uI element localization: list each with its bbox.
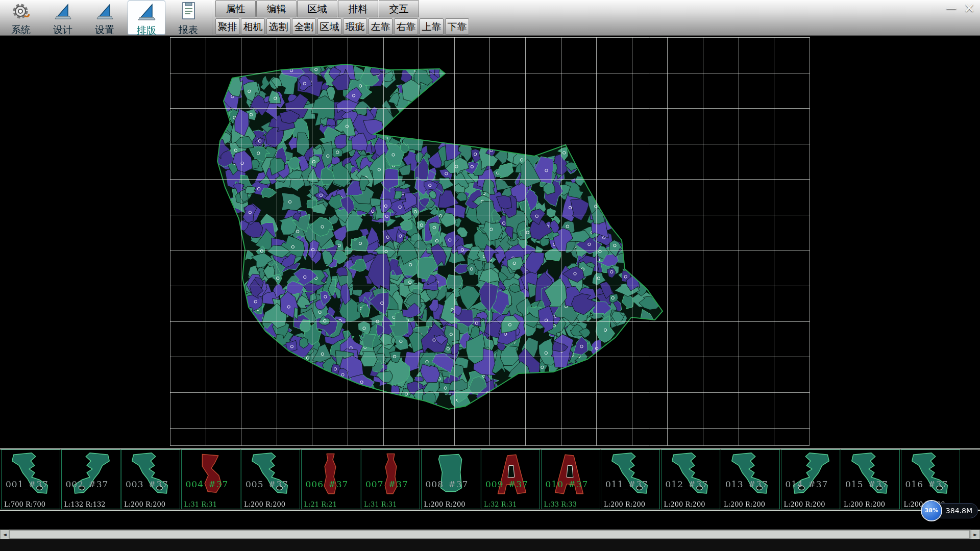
menu-tab-nesting[interactable]: 排料 <box>338 0 378 17</box>
set-square-icon <box>86 1 124 23</box>
tool-align-right-button[interactable]: 右靠 <box>394 18 418 35</box>
piece-lr-count: L:200 R:200 <box>244 500 285 508</box>
piece-lr-count: L:31 R:31 <box>184 500 217 508</box>
tool-align-bottom-button[interactable]: 下靠 <box>445 18 469 35</box>
mode-report-button[interactable]: 报表 <box>169 1 207 35</box>
piece-thumbnail-004_#37[interactable]: 004_#37L:31 R:31 <box>181 449 240 509</box>
piece-thumbnail-014_#37[interactable]: 014_#37L:200 R:200 <box>781 449 840 509</box>
piece-id-label: 005_#37 <box>246 479 288 489</box>
tool-cluster-nest-button[interactable]: 聚排 <box>215 18 239 35</box>
piece-thumbnail-012_#37[interactable]: 012_#37L:200 R:200 <box>661 449 720 509</box>
piece-shape-preview <box>901 450 960 500</box>
menu-tab-interactive[interactable]: 交互 <box>379 0 419 17</box>
piece-shape-preview <box>542 450 600 500</box>
bottom-filler <box>0 539 980 551</box>
piece-thumbnail-009_#37[interactable]: 009_#37L:32 R:31 <box>481 449 540 509</box>
mode-design-button[interactable]: 设计 <box>44 1 82 35</box>
piece-thumbnail-007_#37[interactable]: 007_#37L:31 R:31 <box>361 449 420 509</box>
minimize-button[interactable]: — <box>946 2 957 14</box>
app-mode-bar: 系统 设计 设置 <box>2 1 207 35</box>
close-button[interactable]: × <box>964 2 975 14</box>
piece-shape-preview <box>182 450 240 500</box>
piece-lr-count: L:200 R:200 <box>724 500 765 508</box>
mode-layout-button[interactable]: 排版 <box>128 1 165 35</box>
tool-align-top-button[interactable]: 上靠 <box>420 18 444 35</box>
piece-lr-count: L:200 R:200 <box>784 500 825 508</box>
piece-lr-count: L:21 R:21 <box>304 500 337 508</box>
piece-id-label: 012_#37 <box>666 479 708 489</box>
menu-tab-row: 属性 编辑 区域 排料 交互 <box>215 0 420 17</box>
progress-percent: 38% <box>922 501 941 520</box>
piece-lr-count: L:200 R:200 <box>604 500 645 508</box>
piece-shape-preview <box>361 450 420 500</box>
piece-id-label: 002_#37 <box>66 479 109 489</box>
piece-id-label: 003_#37 <box>126 479 168 489</box>
piece-lr-count: L:200 R:200 <box>424 500 465 508</box>
mode-system-button[interactable]: 系统 <box>2 1 40 35</box>
piece-shape-preview <box>302 450 360 500</box>
piece-shape-preview <box>62 450 120 500</box>
piece-id-label: 006_#37 <box>306 479 349 489</box>
menu-tab-edit[interactable]: 编辑 <box>256 0 297 17</box>
tool-cut-all-button[interactable]: 全割 <box>292 18 316 35</box>
scroll-left-arrow[interactable]: ◄ <box>0 530 9 539</box>
piece-shape-preview <box>241 450 300 500</box>
menu-tab-properties[interactable]: 属性 <box>215 0 256 17</box>
piece-thumbnail-003_#37[interactable]: 003_#37L:200 R:200 <box>121 449 180 509</box>
tool-select-cut-button[interactable]: 选割 <box>266 18 290 35</box>
piece-id-label: 008_#37 <box>426 479 469 489</box>
scrollbar-thumb[interactable] <box>9 530 970 539</box>
piece-id-label: 015_#37 <box>845 479 888 489</box>
horizontal-scrollbar[interactable]: ◄ ► <box>0 530 980 539</box>
piece-shape-preview <box>841 450 899 500</box>
tool-defect-button[interactable]: 瑕疵 <box>343 18 367 35</box>
piece-thumbnail-strip: 001_#37L:700 R:700002_#37L:132 R:132003_… <box>0 448 980 511</box>
piece-shape-preview <box>121 450 180 500</box>
piece-thumbnail-015_#37[interactable]: 015_#37L:200 R:200 <box>841 449 900 509</box>
mode-label: 排版 <box>137 24 156 36</box>
piece-id-label: 016_#37 <box>905 479 948 489</box>
tool-align-left-button[interactable]: 左靠 <box>369 18 393 35</box>
mode-label: 报表 <box>179 24 198 35</box>
nesting-viewport[interactable] <box>0 36 980 448</box>
piece-thumbnail-008_#37[interactable]: 008_#37L:200 R:200 <box>421 449 480 509</box>
piece-lr-count: L:32 R:31 <box>484 500 517 508</box>
toolbar-separator <box>212 1 213 35</box>
piece-shape-preview <box>2 450 60 500</box>
piece-shape-preview <box>422 450 480 500</box>
scroll-right-arrow[interactable]: ► <box>971 530 980 539</box>
piece-id-label: 007_#37 <box>365 479 408 489</box>
piece-thumbnail-005_#37[interactable]: 005_#37L:200 R:200 <box>241 449 300 509</box>
piece-thumbnail-016_#37[interactable]: 016_#37L:200 R:200 <box>901 449 960 509</box>
piece-lr-count: L:31 R:31 <box>364 500 397 508</box>
main-toolbar: 系统 设计 设置 <box>0 0 980 36</box>
piece-id-label: 010_#37 <box>546 479 589 489</box>
menu-tab-region[interactable]: 区域 <box>297 0 337 17</box>
piece-shape-preview <box>601 450 659 500</box>
piece-thumbnail-006_#37[interactable]: 006_#37L:21 R:21 <box>301 449 360 509</box>
mode-settings-button[interactable]: 设置 <box>86 1 124 35</box>
piece-shape-preview <box>662 450 720 500</box>
piece-thumbnail-002_#37[interactable]: 002_#37L:132 R:132 <box>61 449 120 509</box>
piece-thumbnail-001_#37[interactable]: 001_#37L:700 R:700 <box>1 449 60 509</box>
piece-lr-count: L:33 R:33 <box>544 500 577 508</box>
window-controls: — × <box>946 2 975 14</box>
piece-lr-count: L:200 R:200 <box>844 500 885 508</box>
mode-label: 设计 <box>53 24 72 35</box>
set-square-icon <box>44 1 82 23</box>
piece-thumbnail-010_#37[interactable]: 010_#37L:33 R:33 <box>541 449 600 509</box>
piece-id-label: 014_#37 <box>786 479 828 489</box>
mode-label: 系统 <box>11 24 31 35</box>
tool-region-button[interactable]: 区域 <box>317 18 341 35</box>
tool-button-row: 聚排 相机 选割 全割 区域 瑕疵 左靠 右靠 上靠 下靠 <box>215 18 471 35</box>
piece-lr-count: L:132 R:132 <box>64 500 106 508</box>
report-document-icon <box>169 1 207 23</box>
piece-id-label: 011_#37 <box>605 479 648 489</box>
piece-thumbnail-013_#37[interactable]: 013_#37L:200 R:200 <box>721 449 780 509</box>
piece-id-label: 004_#37 <box>186 479 229 489</box>
tool-camera-button[interactable]: 相机 <box>241 18 265 35</box>
mode-label: 设置 <box>95 24 114 35</box>
progress-badge: 384.8M 38% <box>922 501 978 520</box>
piece-shape-preview <box>721 450 779 500</box>
piece-thumbnail-011_#37[interactable]: 011_#37L:200 R:200 <box>601 449 660 509</box>
